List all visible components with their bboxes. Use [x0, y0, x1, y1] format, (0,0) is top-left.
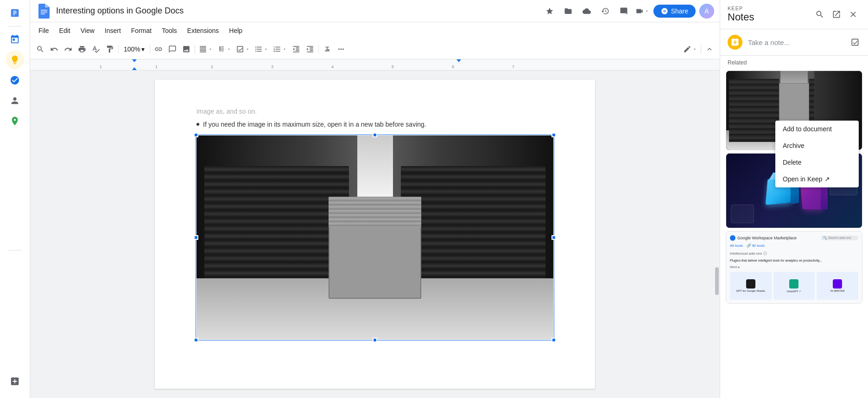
toolbar-sep-1	[118, 45, 119, 54]
handle-mr[interactable]	[551, 235, 556, 240]
handle-tr[interactable]	[551, 133, 556, 137]
toolbar-sep-2	[150, 45, 150, 54]
checkbox-icon[interactable]	[849, 37, 861, 48]
pen-btn[interactable]	[681, 43, 699, 56]
keep-close-btn[interactable]	[846, 7, 861, 22]
bullet-item: If you need the image in its maximum siz…	[196, 121, 553, 128]
bullet-text: If you need the image in its maximum siz…	[203, 121, 426, 128]
print-btn[interactable]	[76, 43, 89, 56]
comment-icon-btn[interactable]	[616, 4, 631, 19]
menu-view[interactable]: View	[76, 25, 99, 36]
ruler-marker-3: 3	[271, 64, 273, 69]
title-icons: Share A	[542, 4, 714, 19]
ruler-first-line-indent[interactable]	[132, 67, 137, 70]
ruler-right-indent[interactable]	[456, 59, 461, 62]
insert-link-btn[interactable]	[152, 43, 165, 56]
handle-ml[interactable]	[194, 235, 198, 240]
align-btn[interactable]	[197, 43, 215, 56]
scrollbar[interactable]	[714, 71, 720, 398]
decrease-indent-btn[interactable]	[290, 43, 303, 56]
share-button[interactable]: Share	[653, 5, 696, 18]
toolbar-sep-3	[195, 45, 195, 54]
handle-tm[interactable]	[373, 133, 377, 137]
handle-tl[interactable]	[194, 133, 198, 137]
faded-text: image as, and so on.	[196, 108, 553, 115]
maps-icon[interactable]	[6, 112, 24, 130]
ruler-marker-1: 1	[155, 64, 158, 69]
menu-help[interactable]: Help	[224, 25, 247, 36]
redo-btn[interactable]	[62, 43, 75, 56]
contacts-icon[interactable]	[6, 91, 24, 110]
ruler-marker-4: 4	[331, 64, 334, 69]
take-note-placeholder[interactable]: Take a note...	[748, 39, 844, 46]
menu-file[interactable]: File	[34, 25, 54, 36]
star-icon-btn[interactable]	[542, 4, 557, 19]
keep-search-btn[interactable]	[812, 7, 827, 22]
menu-extensions[interactable]: Extensions	[183, 25, 223, 36]
checklist-btn[interactable]	[234, 43, 252, 56]
user-avatar[interactable]: A	[699, 4, 714, 19]
context-archive[interactable]: Archive	[775, 137, 859, 154]
keep-open-btn[interactable]	[829, 7, 844, 22]
menu-edit[interactable]: Edit	[55, 25, 75, 36]
paint-format-btn[interactable]	[103, 43, 116, 56]
collapse-toolbar-btn[interactable]	[703, 43, 716, 56]
server-room-bg	[196, 135, 553, 340]
ruler-marker-6: 6	[452, 64, 454, 69]
cloud-icon-btn[interactable]	[579, 4, 594, 19]
clear-format-btn[interactable]	[321, 43, 334, 56]
undo-btn[interactable]	[48, 43, 61, 56]
keep-sidebar: KEEP Notes Take a note... Related	[720, 0, 868, 398]
mp-item-chatgpt: ChatGPT ✓	[773, 272, 815, 300]
menu-tools[interactable]: Tools	[157, 25, 182, 36]
more-options-btn[interactable]	[335, 43, 348, 56]
increase-indent-btn[interactable]	[304, 43, 317, 56]
server-image	[196, 135, 553, 340]
notes-list: Google Workspace Marketplace 🔍 Search ad…	[720, 68, 868, 398]
keep-sidebar-icon[interactable]	[6, 51, 24, 69]
menu-format[interactable]: Format	[127, 25, 156, 36]
new-note-btn[interactable]	[728, 35, 742, 50]
spell-check-btn[interactable]	[89, 43, 102, 56]
folder-icon-btn[interactable]	[561, 4, 576, 19]
keep-header: KEEP Notes	[720, 0, 868, 29]
handle-br[interactable]	[551, 338, 556, 342]
context-add-to-doc[interactable]: Add to document	[775, 121, 859, 137]
doc-title: Interesting options in Google Docs	[56, 6, 539, 16]
history-icon-btn[interactable]	[598, 4, 613, 19]
context-delete[interactable]: Delete	[775, 154, 859, 171]
ruler-marker-0: 1	[100, 64, 102, 69]
ruler-left-indent[interactable]	[132, 59, 137, 62]
add-app-button[interactable]	[6, 372, 24, 391]
context-open-in-keep[interactable]: Open in Keep ↗	[775, 171, 859, 187]
note-card-3[interactable]: Google Workspace Marketplace 🔍 Search ad…	[726, 231, 862, 304]
bullet-dot	[196, 123, 199, 126]
numbered-list-btn[interactable]	[271, 43, 289, 56]
note-thumb-marketplace: Google Workspace Marketplace 🔍 Search ad…	[726, 231, 862, 303]
insert-image-btn[interactable]	[180, 43, 193, 56]
search-toolbar-btn[interactable]	[34, 43, 47, 56]
menu-insert[interactable]: Insert	[100, 25, 126, 36]
sidebar-divider-2	[7, 250, 22, 250]
bullet-list-btn[interactable]	[253, 43, 270, 56]
keep-label: KEEP	[728, 6, 812, 11]
mp-grid: GPT for Google Sheets ChatGPT ✓ AI WRITE…	[730, 272, 858, 300]
sidebar-divider-1	[7, 26, 22, 26]
scrollbar-thumb[interactable]	[715, 267, 719, 295]
ruler-marker-5: 5	[392, 64, 394, 69]
google-docs-app-icon[interactable]	[6, 4, 24, 22]
zoom-selector[interactable]: 100% ▾	[120, 44, 148, 54]
calendar-icon[interactable]	[6, 30, 24, 49]
tasks-icon[interactable]	[6, 71, 24, 90]
video-icon-btn[interactable]	[635, 4, 650, 19]
keep-header-icons	[812, 7, 861, 22]
insert-comment-btn[interactable]	[166, 43, 179, 56]
take-note-area[interactable]: Take a note...	[720, 29, 868, 56]
handle-bm[interactable]	[373, 338, 377, 342]
app-sidebar	[0, 0, 30, 398]
note-card-3-image: Google Workspace Marketplace 🔍 Search ad…	[726, 231, 862, 303]
handle-bl[interactable]	[194, 338, 198, 342]
image-container[interactable]	[196, 135, 553, 340]
toolbar: 100% ▾	[30, 39, 720, 59]
line-spacing-btn[interactable]	[215, 43, 233, 56]
